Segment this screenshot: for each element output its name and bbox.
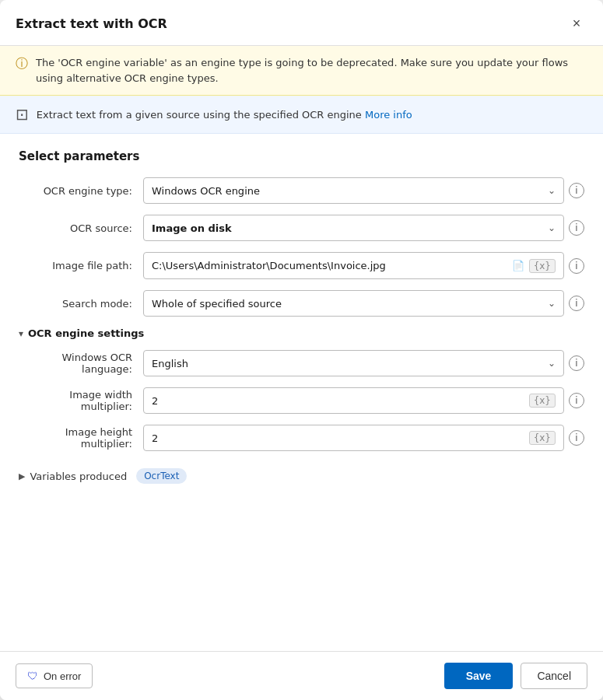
cancel-button[interactable]: Cancel [521,663,587,689]
ocr-engine-type-row: OCR engine type: Windows OCR engine ⌄ i [19,177,584,204]
image-file-path-control: C:\Users\Administrator\Documents\Invoice… [143,252,584,279]
image-width-multiplier-label: Image width multiplier: [19,389,143,412]
shield-icon: 🛡 [27,670,38,682]
image-width-multiplier-value: 2 [152,395,158,407]
clear-height-button[interactable]: {x} [529,431,556,445]
windows-ocr-language-info-icon[interactable]: i [569,355,584,371]
search-mode-info-icon[interactable]: i [569,296,584,311]
variables-produced-toggle[interactable]: ▶ Variables produced [19,471,127,482]
image-width-multiplier-control: 2 {x} i [143,387,584,414]
dialog-body: Select parameters OCR engine type: Windo… [0,134,603,651]
windows-ocr-language-value: English [152,358,188,369]
windows-ocr-language-row: Windows OCR language: English ⌄ i [19,350,584,376]
search-mode-row: Search mode: Whole of specified source ⌄… [19,290,584,317]
info-banner: ⊡ Extract text from a given source using… [0,96,603,134]
image-height-multiplier-input[interactable]: 2 {x} [143,425,564,451]
on-error-label: On error [44,670,81,682]
chevron-down-icon: ⌄ [548,222,556,233]
image-height-multiplier-label: Image height multiplier: [19,426,143,450]
image-height-multiplier-row: Image height multiplier: 2 {x} i [19,425,584,451]
image-file-path-label: Image file path: [19,260,143,271]
file-browse-icon[interactable]: 📄 [510,258,526,273]
clear-width-button[interactable]: {x} [529,394,556,408]
ocr-engine-type-control: Windows OCR engine ⌄ i [143,177,584,204]
image-height-multiplier-info-icon[interactable]: i [569,430,584,446]
clear-path-button[interactable]: {x} [529,259,556,273]
ocr-source-control: Image on disk ⌄ i [143,215,584,241]
ocr-source-label: OCR source: [19,222,143,234]
extract-text-dialog: Extract text with OCR × ⓘ The 'OCR engin… [0,0,603,700]
variables-chevron-icon: ▶ [19,471,25,481]
info-text: Extract text from a given source using t… [37,109,412,121]
image-file-path-value: C:\Users\Administrator\Documents\Invoice… [152,260,510,271]
ocr-source-value: Image on disk [152,222,232,234]
more-info-link[interactable]: More info [365,109,412,121]
warning-text: The 'OCR engine variable' as an engine t… [36,55,587,86]
footer-right-buttons: Save Cancel [444,663,587,689]
windows-ocr-language-control: English ⌄ i [143,350,584,376]
ocr-icon: ⊡ [16,105,29,124]
ocr-engine-settings-header[interactable]: ▾ OCR engine settings [19,327,584,339]
dialog-header: Extract text with OCR × [0,0,603,46]
image-height-multiplier-control: 2 {x} i [143,425,584,451]
image-file-path-info-icon[interactable]: i [569,258,584,274]
search-mode-control: Whole of specified source ⌄ i [143,290,584,317]
variables-produced-label: Variables produced [30,471,127,482]
search-mode-label: Search mode: [19,298,143,310]
ocr-engine-settings-section: ▾ OCR engine settings Windows OCR langua… [19,327,584,451]
dialog-title: Extract text with OCR [16,16,167,31]
image-height-multiplier-value: 2 [152,432,158,444]
warning-icon: ⓘ [16,56,28,72]
dialog-footer: 🛡 On error Save Cancel [0,651,603,700]
search-mode-dropdown[interactable]: Whole of specified source ⌄ [143,290,564,317]
ocr-text-tag: OcrText [136,468,187,484]
close-button[interactable]: × [566,12,587,34]
chevron-down-icon: ⌄ [548,358,556,369]
save-button[interactable]: Save [444,663,514,689]
on-error-button[interactable]: 🛡 On error [16,663,93,688]
ocr-engine-type-info-icon[interactable]: i [569,183,584,198]
windows-ocr-language-label: Windows OCR language: [19,352,143,375]
ocr-engine-type-value: Windows OCR engine [152,185,260,197]
chevron-down-icon: ⌄ [548,185,556,196]
image-file-path-row: Image file path: C:\Users\Administrator\… [19,252,584,279]
ocr-engine-type-label: OCR engine type: [19,185,143,197]
search-mode-value: Whole of specified source [152,298,282,310]
image-width-multiplier-info-icon[interactable]: i [569,393,584,408]
ocr-source-info-icon[interactable]: i [569,220,584,236]
ocr-source-row: OCR source: Image on disk ⌄ i [19,215,584,241]
ocr-source-dropdown[interactable]: Image on disk ⌄ [143,215,564,241]
ocr-engine-settings-title: OCR engine settings [28,327,144,339]
collapse-icon: ▾ [19,328,23,339]
image-width-multiplier-input[interactable]: 2 {x} [143,387,564,414]
warning-banner: ⓘ The 'OCR engine variable' as an engine… [0,46,603,96]
chevron-down-icon: ⌄ [548,298,556,309]
ocr-engine-type-dropdown[interactable]: Windows OCR engine ⌄ [143,177,564,204]
image-file-path-input[interactable]: C:\Users\Administrator\Documents\Invoice… [143,252,564,279]
windows-ocr-language-dropdown[interactable]: English ⌄ [143,350,564,376]
params-section-title: Select parameters [19,149,584,163]
image-width-multiplier-row: Image width multiplier: 2 {x} i [19,387,584,414]
variables-produced-row: ▶ Variables produced OcrText [19,465,584,484]
